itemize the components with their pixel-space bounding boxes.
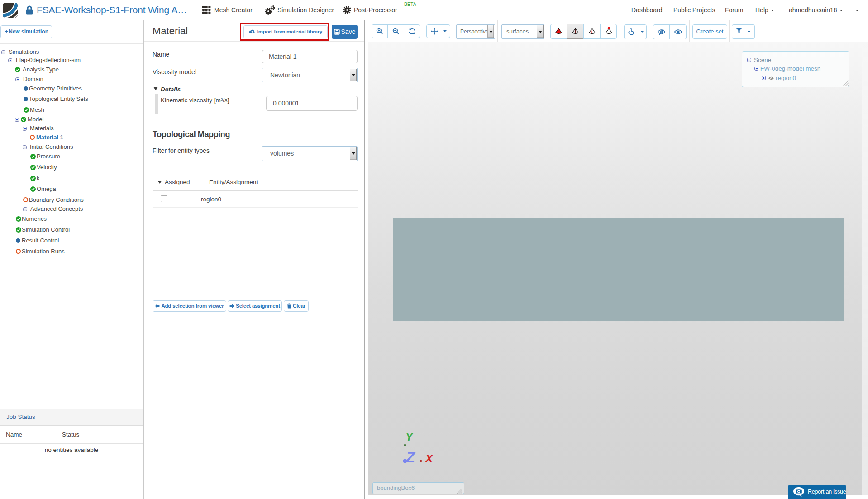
svg-text:X: X [424, 452, 434, 465]
svg-text:Z: Z [405, 449, 416, 466]
svg-text:Y: Y [405, 431, 414, 443]
